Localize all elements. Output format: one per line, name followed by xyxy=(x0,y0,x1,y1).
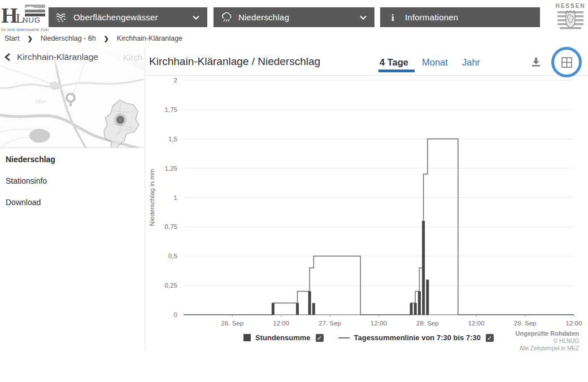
svg-text:1,75: 1,75 xyxy=(165,106,177,113)
station-title-bar: Kirchhain-Kläranlage xyxy=(3,52,98,62)
legend-label-stundensumme: Stundensumme xyxy=(255,333,311,342)
hessen-coat-of-arms-icon xyxy=(556,9,585,32)
nav-dropdown-niederschlag[interactable]: Niederschlag xyxy=(214,7,374,27)
chart-gridlines xyxy=(184,80,574,317)
svg-text:i: i xyxy=(391,12,394,23)
legend-line-swatch xyxy=(338,337,350,338)
svg-text:0,75: 0,75 xyxy=(165,223,177,230)
svg-text:12:00: 12:00 xyxy=(273,320,289,327)
inset-marker xyxy=(116,116,124,124)
disclaimer-line-2: © HLNUG xyxy=(516,337,579,345)
map-place-label: Kirch xyxy=(123,53,142,62)
data-disclaimer: Ungeprüfte Rohdaten © HLNUG Alle Zeitste… xyxy=(516,330,579,352)
info-icon: i xyxy=(387,12,399,23)
y-axis-label: Niederschlag in mm xyxy=(149,169,155,227)
svg-text:12:00: 12:00 xyxy=(566,320,582,327)
svg-text:NUG: NUG xyxy=(23,16,41,24)
svg-text:12:00: 12:00 xyxy=(468,320,485,327)
breadcrumb-separator-icon: ❯ xyxy=(104,35,109,42)
active-tab-underline xyxy=(378,70,415,72)
nav-dropdown-oberflaechengewaesser[interactable]: Oberflächengewässer xyxy=(49,7,207,27)
chart-legend: Stundensumme ✓ Tagessummenlinie von 7:30… xyxy=(243,333,494,342)
breadcrumb-item-start[interactable]: Start xyxy=(5,34,19,42)
page: H L NUG für eine lebenswerte Zukunft Obe… xyxy=(0,0,588,382)
breadcrumb-item-niederschlag-6h[interactable]: Niederschlag - 6h xyxy=(41,34,96,42)
nav-dropdown-label: Niederschlag xyxy=(238,12,359,22)
logo-tagline: für eine lebenswerte Zukunft xyxy=(1,27,49,32)
nav-button-label: Informationen xyxy=(405,12,533,22)
hessen-logo: HESSEN xyxy=(555,3,586,34)
nav-button-informationen[interactable]: i Informationen xyxy=(380,7,540,27)
svg-text:0: 0 xyxy=(174,311,177,318)
checkbox-tagessummenlinie[interactable]: ✓ xyxy=(486,334,494,342)
legend-bar-swatch xyxy=(243,334,251,341)
breadcrumb-separator-icon: ❯ xyxy=(27,35,32,42)
breadcrumb: Start ❯ Niederschlag - 6h ❯ Kirchhain-Kl… xyxy=(5,34,182,42)
svg-text:2: 2 xyxy=(174,77,177,84)
svg-text:1: 1 xyxy=(174,194,177,201)
tab-jahr[interactable]: Jahr xyxy=(462,57,480,68)
disclaimer-line-3: Alle Zeitstempel in MEZ xyxy=(516,345,579,352)
chevron-down-icon xyxy=(191,13,201,22)
svg-text:1,5: 1,5 xyxy=(168,136,177,142)
checkbox-stundensumme[interactable]: ✓ xyxy=(316,334,324,342)
breadcrumb-item-station[interactable]: Kirchhain-Kläranlage xyxy=(117,34,182,42)
svg-text:28. Sep: 28. Sep xyxy=(416,320,439,327)
disclaimer-line-1: Ungeprüfte Rohdaten xyxy=(516,330,579,337)
chart-axis-labels: 00,250,50,7511,251,51,75226. Sep12:0027.… xyxy=(165,77,582,327)
svg-text:12:00: 12:00 xyxy=(371,320,387,327)
landscape-icon xyxy=(25,5,45,16)
hessen-logo-text: HESSEN xyxy=(555,3,586,9)
sidebar-menu: Niederschlag Stationsinfo Download xyxy=(0,149,144,213)
svg-text:0,5: 0,5 xyxy=(168,253,177,259)
back-chevron-icon[interactable] xyxy=(3,53,12,62)
rain-cloud-icon xyxy=(220,12,233,23)
page-title: Kirchhain-Kläranlage / Niederschlag xyxy=(149,55,320,68)
tab-4-tage[interactable]: 4 Tage xyxy=(380,57,408,68)
legend-label-tagessummenlinie: Tagessummenlinie von 7:30 bis 7:30 xyxy=(354,333,481,342)
table-icon[interactable] xyxy=(561,57,573,68)
hlnug-logo[interactable]: H L NUG für eine lebenswerte Zukunft xyxy=(1,2,49,33)
nav-dropdown-label: Oberflächengewässer xyxy=(73,12,191,22)
svg-text:27. Sep: 27. Sep xyxy=(319,320,341,327)
chart-bars xyxy=(272,221,429,315)
station-title: Kirchhain-Kläranlage xyxy=(17,52,98,62)
sidebar-item-niederschlag[interactable]: Niederschlag xyxy=(0,149,144,170)
svg-text:0,25: 0,25 xyxy=(165,282,177,289)
chevron-down-icon xyxy=(359,13,368,22)
download-icon[interactable] xyxy=(530,56,542,67)
water-surface-icon xyxy=(55,12,68,23)
station-map-panel[interactable]: Ohm Kirch Kirchhain-Kläranlage xyxy=(0,48,144,148)
sidebar-item-download[interactable]: Download xyxy=(0,192,144,213)
hessen-inset-map xyxy=(104,100,139,148)
svg-text:1,25: 1,25 xyxy=(165,165,177,172)
tab-monat[interactable]: Monat xyxy=(422,57,448,68)
svg-text:26. Sep: 26. Sep xyxy=(221,320,244,327)
svg-text:29. Sep: 29. Sep xyxy=(514,320,537,327)
precip-chart: 00,250,50,7511,251,51,75226. Sep12:0027.… xyxy=(145,76,588,328)
sidebar-item-stationsinfo[interactable]: Stationsinfo xyxy=(0,170,144,192)
river-label: Ohm xyxy=(35,99,46,105)
